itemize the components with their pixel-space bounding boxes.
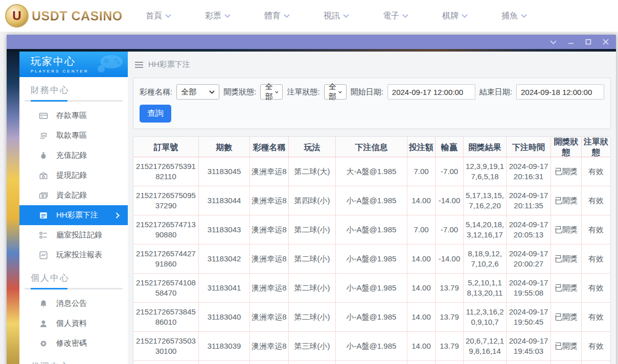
sidebar-item-cashout-records[interactable]: 提現記錄: [19, 165, 128, 185]
sidebar-item-change-password[interactable]: 修改密碼: [19, 333, 128, 353]
logo[interactable]: U USDT CASINO: [5, 4, 130, 28]
table-cell: 14.00: [407, 303, 436, 331]
table-cell: 13.79: [436, 274, 464, 302]
nav-item-slots[interactable]: 電子: [383, 11, 408, 21]
nav-item-sports[interactable]: 體育: [264, 11, 290, 21]
table-cell: 小-A盤@1.985: [336, 274, 407, 302]
nav-item-home[interactable]: 首頁: [146, 11, 171, 21]
top-navbar: U USDT CASINO 首頁 彩票 體育 視訊 電子 棋牌 捕魚: [0, 0, 618, 32]
bets-table: 訂單號期數彩種名稱玩法下注信息投注額輸贏開獎結果下注時間開獎狀態注單狀態 215…: [133, 136, 611, 364]
table-row: 215217265750953729031183044澳洲幸运8第四球(小)小-…: [133, 186, 610, 215]
table-cell: [507, 361, 551, 364]
column-header: 注單狀態: [582, 137, 610, 158]
hamburger-icon[interactable]: [135, 62, 143, 68]
page-title: HH彩票下注: [148, 60, 190, 69]
table-cell: 有效: [582, 332, 610, 360]
sidebar-item-label: 充值記錄: [56, 151, 87, 160]
nav-item-video[interactable]: 視訊: [324, 11, 349, 21]
table-cell: -14.00: [436, 245, 464, 273]
window-collapse-icon[interactable]: [550, 40, 557, 44]
main-content: HH彩票下注 彩種名稱: 全部 開獎狀態: 全部 注單狀態:: [128, 52, 616, 364]
lottery-name-label: 彩種名稱:: [140, 87, 172, 97]
order-status-label: 注單狀態:: [287, 87, 319, 97]
window-minimize-icon[interactable]: [568, 39, 574, 45]
sidebar-item-deposit[interactable]: 存款專區: [19, 106, 128, 126]
table-cell: -14.00: [436, 186, 464, 215]
table-cell: 2152172657442791860: [133, 245, 199, 273]
sidebar-item-label: 個人資料: [56, 319, 87, 328]
table-cell: 小-A盤@1.985: [336, 303, 407, 331]
chevron-down-icon: [462, 14, 468, 18]
table-cell: 2024-09-17 20:16:31: [507, 157, 551, 186]
window-close-icon[interactable]: [603, 39, 609, 45]
person-icon: [39, 319, 48, 328]
table-cell: 有效: [582, 215, 610, 244]
sidebar-item-funds-records[interactable]: 資金記錄: [19, 185, 128, 205]
sidebar-item-room-bet-records[interactable]: 廳室投註記錄: [19, 225, 128, 245]
section-title-personal: 個人中心: [19, 265, 128, 288]
lottery-name-select[interactable]: 全部: [176, 84, 219, 100]
table-cell: 已開獎: [551, 245, 582, 273]
sidebar-item-player-bet-report[interactable]: 玩家投注報表: [19, 245, 128, 265]
column-header: 下注時間: [507, 137, 551, 158]
money-bag-icon: [39, 151, 48, 160]
start-date-input[interactable]: [387, 84, 475, 100]
chevron-down-icon: [209, 90, 215, 94]
column-header: 下注信息: [336, 137, 407, 158]
chevron-down-icon: [275, 90, 279, 94]
table-cell: 已開獎: [551, 274, 582, 302]
table-row: 215217265735033010031183039澳洲幸运8第三球(小)小-…: [133, 332, 610, 361]
table-cell: 澳洲幸运8: [250, 245, 289, 273]
chevron-down-icon: [224, 14, 231, 18]
table-cell: [199, 361, 250, 364]
end-date-input[interactable]: [516, 84, 604, 100]
gamepad-icon: [94, 54, 124, 74]
table-cell: 14.00: [407, 332, 436, 360]
end-date-label: 結束日期:: [479, 87, 512, 97]
window-titlebar[interactable]: [7, 35, 616, 49]
sidebar-item-withdraw[interactable]: 取款專區: [19, 126, 128, 145]
window-maximize-icon[interactable]: [585, 39, 591, 45]
table-cell: 20,6,7,12,19,8,16,14: [464, 332, 507, 360]
sidebar-item-hh-lottery-bets[interactable]: HH彩票下注: [19, 205, 128, 225]
start-date-label: 開始日期:: [351, 87, 383, 97]
table-cell: 7.00: [407, 157, 436, 186]
select-value: 全部: [265, 82, 274, 102]
table-cell: 第二球(大): [289, 157, 336, 186]
nav-item-cards[interactable]: 棋牌: [442, 11, 468, 21]
order-status-select[interactable]: 全部: [324, 84, 347, 100]
background-art-sliver: [7, 52, 19, 364]
select-value: 全部: [329, 82, 338, 102]
table-cell: 澳洲幸运8: [250, 332, 289, 360]
table-cell: 2024-09-17 19:55:08: [507, 274, 551, 302]
table-cell: 2024-09-17 20:00:27: [507, 245, 551, 273]
table-cell: 小-A盤@1.985: [336, 215, 407, 244]
sidebar-item-profile[interactable]: 個人資料: [19, 313, 128, 333]
room-bets-icon: [39, 231, 48, 240]
table-cell: 第二球(小): [289, 215, 336, 244]
sidebar-item-announcements[interactable]: 消息公告: [19, 294, 128, 313]
table-cell: 2152172657539182110: [133, 157, 199, 186]
table-cell: 14.00: [407, 274, 436, 302]
table-cell: 11,2,3,16,20,9,10,7: [464, 303, 507, 331]
table-cell: 13.79: [436, 332, 464, 360]
table-cell: -7.00: [436, 215, 464, 244]
withdraw-hand-icon: [39, 131, 48, 140]
table-cell: 大-A盤@1.985: [336, 157, 407, 186]
nav-item-fishing[interactable]: 捕魚: [501, 11, 527, 21]
sidebar-item-topup-records[interactable]: 充值記錄: [19, 145, 128, 165]
table-cell: 31183042: [199, 245, 250, 273]
brand-name: USDT CASINO: [32, 9, 123, 23]
table-cell: 已開獎: [551, 332, 582, 360]
table-cell: 2152172657410858470: [133, 274, 199, 302]
table-cell: 有效: [582, 245, 610, 273]
draw-status-select[interactable]: 全部: [260, 84, 283, 100]
table-cell: 有效: [582, 274, 610, 302]
chevron-down-icon: [284, 14, 290, 18]
search-button[interactable]: 查詢: [140, 105, 171, 123]
sidebar-item-label: 廳室投註記錄: [56, 230, 102, 240]
bell-icon: [39, 299, 48, 308]
table-row: [133, 361, 610, 364]
nav-item-lottery[interactable]: 彩票: [205, 11, 231, 21]
column-header: 開獎結果: [464, 137, 507, 158]
